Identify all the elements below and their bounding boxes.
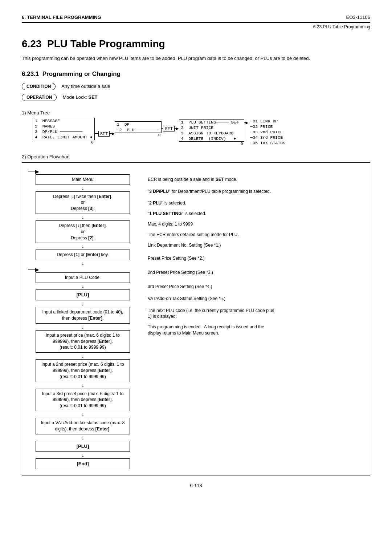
flow-box-2: Depress [↓] twice then [Enter].orDepress… xyxy=(36,191,130,214)
menu-col3-row3: 3 ASSIGN TO KEYBOARD xyxy=(179,130,244,136)
flow-box-13: [End] xyxy=(36,458,130,469)
menu-col4-row3: ─03 2nd PRICE xyxy=(248,129,287,135)
arrow-down-4: ↓ xyxy=(81,260,84,266)
note-4: "1 PLU SETTING" is selected. xyxy=(148,211,364,217)
menu-col3-row4: 4 DELETE (INDIV) ♦ xyxy=(179,136,244,141)
menu-col4-row1: ─01 LINK DP xyxy=(248,118,287,124)
arrow-down-3: ↓ xyxy=(81,243,84,249)
menu-col3-row2: 2 UNIT PRICE xyxy=(179,125,244,130)
arrow-1: ▶ xyxy=(112,131,115,137)
header-sub: 6.23 PLU Table Programming xyxy=(22,24,370,29)
flowchart-left: ▶ Main Menu ↓ Depress [↓] twice then [En… xyxy=(26,169,139,469)
note-12: The next PLU code (i.e. the currently pr… xyxy=(148,308,364,320)
flow-box-8: Input a preset price (max. 6 digits: 1 t… xyxy=(36,330,130,353)
flow-box-11: Input a VAT/Add-on tax status code (max.… xyxy=(36,418,130,434)
section-title: 6.23 PLU Table Programming xyxy=(22,38,370,50)
note-8: Preset Price Setting (See *2.) xyxy=(148,255,364,262)
menu-col2-row2: ─2 PLU────────── xyxy=(115,127,161,133)
arrow-down-10: ↓ xyxy=(81,412,84,417)
menu-col3-bottom: 0 xyxy=(179,142,244,146)
note-1: ECR is being outside a sale and in SET m… xyxy=(148,177,364,183)
menu-tree-label: 1) Menu Tree xyxy=(22,110,370,116)
menu-col4-row5: ─05 TAX STATUS xyxy=(248,140,287,146)
flowchart-container: ▶ Main Menu ↓ Depress [↓] twice then [En… xyxy=(22,162,370,475)
menu-col2-bottom: 0 xyxy=(115,133,162,137)
flow-box-10: Input a 3rd preset price (max. 6 digits:… xyxy=(36,389,130,411)
note-5: Max. 4 digits: 1 to 9999 xyxy=(148,221,364,227)
arrow-down-6: ↓ xyxy=(81,301,84,307)
set-label-1: SET xyxy=(98,131,110,137)
flow-box-7: Input a linked department code (01 to 40… xyxy=(36,307,130,324)
menu-col1-bottom: 0 xyxy=(33,140,95,145)
flow-box-4: Depress [1] or [Enter] key. xyxy=(36,250,130,260)
note-13: This programming is ended. A long receip… xyxy=(148,324,364,336)
operation-text: Mode Lock: SET xyxy=(62,94,97,100)
arrow-down-7: ↓ xyxy=(81,324,84,330)
note-10: 3rd Preset Price Setting (See *4.) xyxy=(148,284,364,290)
flow-box-9: Input a 2nd preset price (max. 6 digits:… xyxy=(36,359,130,382)
condition-badge: CONDITION xyxy=(22,83,56,90)
header-left: 6. TERMINAL FILE PROGRAMMING xyxy=(22,15,101,20)
arrow-down-8: ↓ xyxy=(81,353,84,359)
menu-col4-row4: ─04 3rd PRICE xyxy=(248,135,287,140)
menu-col3-row1: 1 PLU SETTING───── SET xyxy=(179,119,244,125)
menu-col4-row2: ─02 PRICE xyxy=(248,124,287,129)
note-9: 2nd Preset Price Setting (See *3.) xyxy=(148,270,364,276)
menu-col1-row2: 2 NAMES xyxy=(33,123,94,129)
arrow-down-12: ↓ xyxy=(81,452,84,458)
intro-text: This programming can be operated when ne… xyxy=(22,55,370,62)
operation-flowchart-label: 2) Operation Flowchart xyxy=(22,154,370,159)
menu-col1-row4: 4 RATE, LIMIT AMOUNT ♦ xyxy=(33,134,94,140)
arrow-down-1: ↓ xyxy=(81,185,84,191)
page-number: 6-113 xyxy=(22,483,370,488)
arrow-3: ▶ xyxy=(246,120,249,126)
flow-box-1: Main Menu xyxy=(36,174,130,185)
flow-box-12: [PLU] xyxy=(36,441,130,452)
menu-col1-row3: 3 DP/PLU ───────── xyxy=(33,129,94,134)
condition-text: Any time outside a sale xyxy=(61,84,110,89)
flow-box-5: Input a PLU Code. xyxy=(36,272,130,283)
flow-box-3: Depress [↓] then [Enter].orDepress [2]. xyxy=(36,220,130,243)
note-2: "3 DP/PLU" for Department/PLU table prog… xyxy=(148,189,364,195)
set-label-2: SET xyxy=(163,126,174,131)
subsection-title: 6.23.1 Programming or Changing xyxy=(22,70,370,78)
flow-box-6: [PLU] xyxy=(36,289,130,300)
menu-col1-row1: 1 MESSAGE xyxy=(33,118,94,123)
operation-badge: OPERATION xyxy=(22,94,57,101)
menu-col2-row1: 1 DP xyxy=(115,122,161,127)
arrow-down-5: ↓ xyxy=(81,283,84,289)
note-6: The ECR enters detailed setting mode for… xyxy=(148,232,364,238)
arrow-down-9: ↓ xyxy=(81,382,84,388)
arrow-down-11: ↓ xyxy=(81,435,84,441)
arrow-down-2: ↓ xyxy=(81,214,84,220)
operation-row: OPERATION Mode Lock: SET xyxy=(22,94,370,101)
flowchart-right: ECR is being outside a sale and in SET m… xyxy=(139,169,364,469)
note-7: Link Department No. Setting (See *1.) xyxy=(148,242,364,248)
note-3: "2 PLU" is selected. xyxy=(148,200,364,206)
arrow-2: ▶ xyxy=(176,126,179,131)
header-right: EO3-11106 xyxy=(346,15,371,20)
condition-row: CONDITION Any time outside a sale xyxy=(22,83,370,90)
note-11: VAT/Add-on Tax Status Setting (See *5.) xyxy=(148,296,364,302)
